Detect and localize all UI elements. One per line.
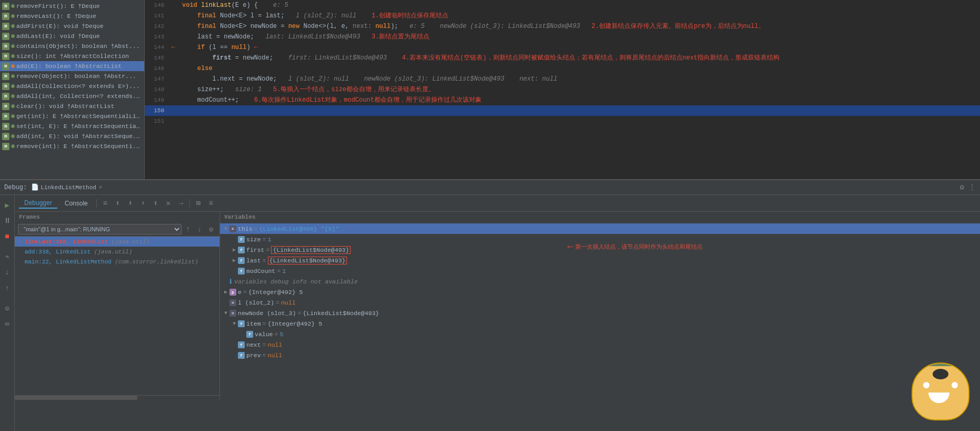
method-dot: [11, 64, 15, 68]
code-content: size++; size: 1 5.每插入一个结点，size都会自增，用来记录链…: [178, 84, 980, 95]
step-out-sm-icon[interactable]: ⬆: [151, 198, 161, 209]
debugger-tab[interactable]: Debugger: [19, 198, 57, 209]
var-row-first[interactable]: ▶ f first = {LinkedList$Node@493}: [220, 244, 980, 255]
line-number: 143: [145, 32, 168, 42]
code-line-145: 145 first = newNode; first: LinkedList$N…: [145, 53, 980, 63]
var-row-prev[interactable]: f prev = null: [220, 350, 980, 360]
step-into-sm-icon[interactable]: ⬇: [138, 198, 148, 209]
more-options-icon[interactable]: ⋮: [968, 183, 976, 192]
var-name: modCount: [246, 268, 275, 275]
var-debug-warn: Variables debug info not available: [234, 278, 358, 285]
method-item[interactable]: m set(int, E): E †AbstractSequential...: [0, 121, 144, 131]
var-equals: =: [263, 320, 266, 327]
method-item-active[interactable]: m add(E): boolean †AbstractList: [0, 61, 144, 71]
run-to-cursor-icon[interactable]: ⊙: [2, 302, 13, 314]
method-item[interactable]: m removeLast(): E †Deque: [0, 11, 144, 21]
var-row-value[interactable]: f value = 5: [220, 329, 980, 339]
eq-badge: =: [229, 299, 236, 306]
var-row-l[interactable]: = l (slot_2) = null: [220, 297, 980, 308]
code-line-144: 144 ← if (l == null) ←: [145, 42, 980, 53]
frames-dropdown[interactable]: "main"@1 in g...main": RUNNING: [18, 224, 182, 234]
toolbar-separator: [96, 199, 97, 208]
line-number: 145: [145, 53, 168, 63]
debug-file-tab[interactable]: 📄 LinkedListMethod ×: [31, 183, 102, 191]
filter-icon[interactable]: ≡: [100, 198, 111, 209]
evaluate-icon[interactable]: ∞: [2, 318, 13, 330]
var-name: prev: [246, 352, 261, 359]
step-over-icon[interactable]: ↷: [2, 251, 13, 262]
frames-list: ✓ linkLast:150, LinkedList (java.util) ✓…: [15, 237, 219, 395]
method-item[interactable]: m addFirst(E): void †Deque: [0, 21, 144, 31]
frames-filter-icon[interactable]: ⊘: [206, 224, 216, 234]
step-down-icon[interactable]: ⬇: [125, 198, 136, 209]
var-row-item[interactable]: ▼ f item = {Integer@492} 5: [220, 318, 980, 329]
code-content: last = newNode; last: LinkedList$Node@49…: [178, 32, 980, 42]
method-item[interactable]: m addAll(int, Collection<? extends...: [0, 91, 144, 101]
method-item[interactable]: m contains(Object): boolean †Abst...: [0, 41, 144, 51]
debug-title: Debug:: [4, 184, 27, 191]
method-item[interactable]: m get(int): E †AbstractSequentialLi...: [0, 111, 144, 121]
frames-scrollbar[interactable]: [15, 395, 219, 399]
frames-down-icon[interactable]: ↓: [194, 224, 205, 234]
code-content: first = newNode; first: LinkedList$Node@…: [178, 53, 980, 63]
var-value: {Integer@492} 5: [248, 289, 303, 296]
line-number: 144: [145, 42, 168, 53]
method-dot: [11, 74, 15, 78]
code-content: else: [178, 63, 980, 74]
var-row-e[interactable]: ▶ p e = {Integer@492} 5: [220, 287, 980, 297]
method-item[interactable]: m remove(Object): boolean †Abstr...: [0, 71, 144, 81]
step-up-icon[interactable]: ⬆: [113, 198, 123, 209]
variables-list: ▼ ≡ this = {LinkedList@486} "[5]" f size: [220, 222, 980, 399]
method-badge: m: [2, 83, 9, 90]
list-icon[interactable]: ≡: [206, 198, 216, 209]
reset-icon[interactable]: ✕: [163, 198, 174, 209]
method-badge: m: [2, 43, 9, 50]
expand-arrow: [231, 236, 238, 243]
method-badge: m: [2, 93, 9, 100]
var-value: null: [268, 352, 283, 359]
method-dot: [11, 134, 15, 138]
line-number: 150: [145, 105, 168, 116]
f-badge: f: [238, 341, 245, 348]
method-item[interactable]: m addLast(E): void †Deque: [0, 31, 144, 41]
line-number: 151: [145, 116, 168, 126]
method-badge: m: [2, 53, 9, 60]
var-name: last: [246, 257, 261, 264]
method-item[interactable]: m remove(int): E †AbstractSequenti...: [0, 141, 144, 151]
method-dot: [11, 114, 15, 118]
method-item[interactable]: m removeFirst(): E †Deque: [0, 1, 144, 11]
console-tab[interactable]: Console: [59, 199, 93, 208]
var-row-this[interactable]: ▼ ≡ this = {LinkedList@486} "[5]": [220, 223, 980, 234]
debug-close-btn[interactable]: ×: [99, 184, 103, 191]
expand-arrow: ▶: [231, 246, 238, 253]
line-number: 146: [145, 63, 168, 74]
method-item[interactable]: m clear(): void †AbstractList: [0, 101, 144, 111]
method-item[interactable]: m add(int, E): void †AbstractSeque...: [0, 131, 144, 141]
var-row-size[interactable]: f size = 1: [220, 234, 980, 244]
var-row-last[interactable]: ▶ f last = {LinkedList$Node@493}: [220, 255, 980, 266]
method-dot: [11, 144, 15, 148]
table-icon[interactable]: ⊞: [193, 198, 204, 209]
frame-item-add[interactable]: ✓ add:338, LinkedList (java.util): [15, 247, 219, 257]
var-row-modcount[interactable]: f modCount = 1: [220, 266, 980, 276]
var-value: null: [268, 341, 283, 348]
var-value: {Integer@492} 5: [268, 320, 323, 327]
method-badge: m: [2, 113, 9, 120]
debug-file-name: LinkedListMethod: [41, 184, 96, 191]
frame-item-linklast[interactable]: ✓ linkLast:150, LinkedList (java.util): [15, 237, 219, 247]
settings-icon[interactable]: ⚙: [960, 183, 964, 192]
frame-item-main[interactable]: ✓ main:22, LinkedListMethod (com.storror…: [15, 257, 219, 267]
var-row-next[interactable]: f next = null: [220, 339, 980, 350]
code-content: void linkLast(E e) { e: 5: [178, 0, 980, 11]
method-item[interactable]: m addAll(Collection<? extends E>)...: [0, 81, 144, 91]
step-into-icon[interactable]: ↓: [2, 267, 13, 278]
next-icon[interactable]: →: [176, 198, 186, 209]
var-name: newNode (slot_3): [238, 310, 296, 317]
step-out-icon[interactable]: ↑: [2, 282, 13, 294]
stop-icon[interactable]: ■: [2, 231, 13, 242]
var-row-newnode[interactable]: ▼ = newNode (slot_3) = {LinkedList$Node@…: [220, 308, 980, 318]
frames-up-icon[interactable]: ↑: [183, 224, 193, 234]
method-item[interactable]: m size(): int †AbstractCollection: [0, 51, 144, 61]
resume-icon[interactable]: ▶: [2, 199, 13, 211]
pause-icon[interactable]: ⏸: [2, 215, 13, 227]
